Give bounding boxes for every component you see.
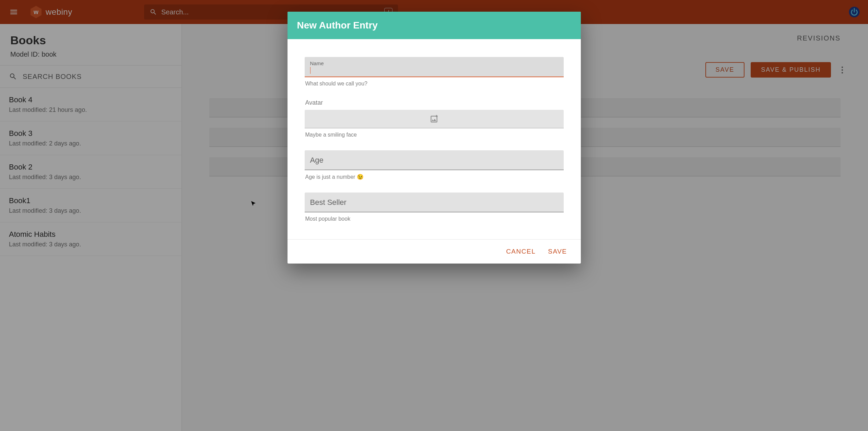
best-seller-field-group: Best Seller Most popular book — [305, 193, 564, 222]
text-caret — [310, 67, 310, 74]
age-label: Age — [310, 156, 558, 165]
age-helper: Age is just a number 😉 — [305, 174, 564, 180]
name-helper: What should we call you? — [305, 81, 564, 87]
best-seller-input[interactable]: Best Seller — [305, 193, 564, 212]
new-author-dialog: New Author Entry Name What should we cal… — [288, 12, 581, 264]
dialog-title: New Author Entry — [297, 20, 571, 31]
image-add-icon — [430, 115, 438, 124]
avatar-label: Avatar — [305, 99, 564, 106]
best-seller-helper: Most popular book — [305, 216, 564, 222]
dialog-body: Name What should we call you? Avatar May… — [288, 39, 581, 239]
age-field-group: Age Age is just a number 😉 — [305, 150, 564, 180]
dialog-footer: CANCEL SAVE — [288, 239, 581, 264]
name-input[interactable]: Name — [305, 57, 564, 77]
best-seller-label: Best Seller — [310, 198, 558, 207]
name-label: Name — [310, 60, 558, 66]
avatar-field-group: Avatar Maybe a smiling face — [305, 99, 564, 138]
dialog-save-button[interactable]: SAVE — [548, 248, 567, 255]
avatar-upload[interactable] — [305, 110, 564, 128]
dialog-header: New Author Entry — [288, 12, 581, 39]
avatar-helper: Maybe a smiling face — [305, 132, 564, 138]
modal-overlay[interactable]: New Author Entry Name What should we cal… — [0, 0, 868, 431]
name-field-group: Name What should we call you? — [305, 57, 564, 87]
age-input[interactable]: Age — [305, 150, 564, 170]
cursor-icon — [251, 201, 257, 207]
cancel-button[interactable]: CANCEL — [506, 248, 536, 255]
